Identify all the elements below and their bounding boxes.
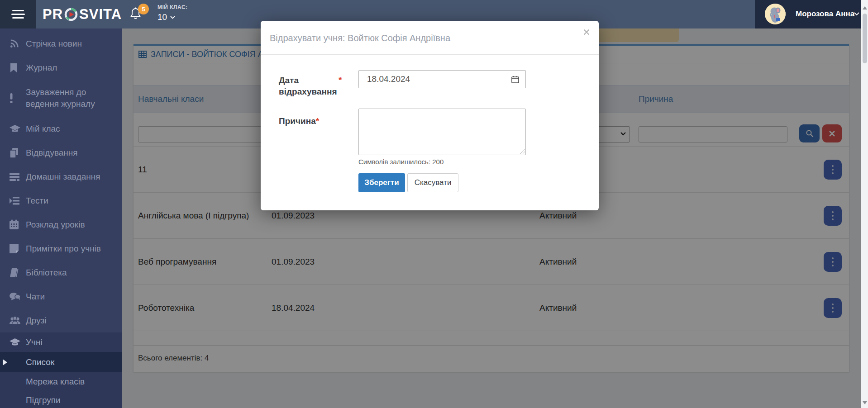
indent-list-icon — [0, 196, 26, 205]
modal-close-button[interactable] — [582, 27, 591, 37]
notification-badge: 5 — [138, 4, 149, 14]
calendar-icon — [511, 76, 519, 83]
sidebar-item-chats[interactable]: Чати — [0, 285, 122, 308]
char-counter: Символів залишилось: 200 — [358, 158, 444, 166]
cancel-button[interactable]: Скасувати — [407, 173, 458, 192]
sidebar-subitem-list[interactable]: Список — [0, 352, 122, 372]
reason-label: Причина* — [279, 116, 342, 127]
sidebar-item-students[interactable]: Учні — [0, 332, 122, 352]
dismissal-date-value: 18.04.2024 — [367, 74, 410, 84]
app-screen: ЗАПИСИ - ВОЙТЮК СОФІЯ АНДРІЇВНА Навчальн… — [0, 0, 868, 408]
sidebar-item-my-class[interactable]: Мій клас — [0, 117, 122, 141]
graduation-cap-icon — [0, 124, 26, 133]
pages-icon — [0, 147, 26, 158]
bookmark-icon — [0, 63, 26, 73]
exclamation-icon — [0, 93, 26, 104]
sidebar-item-tests[interactable]: Тести — [0, 189, 122, 213]
list-rows-icon — [0, 172, 26, 181]
resize-handle[interactable] — [520, 149, 525, 154]
sidebar-subitem-subgroups[interactable]: Підгрупи — [0, 391, 122, 408]
scrollbar-thumb[interactable] — [863, 14, 867, 63]
book-icon — [0, 268, 26, 278]
sticky-note-icon — [0, 244, 26, 254]
rss-icon — [0, 38, 26, 49]
sidebar-item-student-notes[interactable]: Примітки про учнів — [0, 237, 122, 261]
sidebar-item-library[interactable]: Бібліотека — [0, 261, 122, 285]
menu-toggle-button[interactable] — [0, 0, 36, 28]
sidebar-subitem-class-network[interactable]: Мережа класів — [0, 372, 122, 391]
sidebar-nav: Стрічка новин Журнал Зауваження до веден… — [0, 28, 122, 408]
sidebar-item-schedule[interactable]: Розклад уроків — [0, 213, 122, 237]
reason-textarea[interactable] — [358, 109, 526, 155]
user-menu[interactable]: Морозова Анна — [755, 0, 868, 28]
avatar — [765, 4, 786, 24]
required-asterisk: * — [339, 75, 342, 85]
chevron-down-icon — [170, 16, 175, 19]
page-scrollbar[interactable] — [861, 0, 868, 408]
sidebar-item-homework[interactable]: Домашні завдання — [0, 165, 122, 189]
active-caret-icon — [3, 359, 7, 365]
my-class-value: 10 — [157, 12, 167, 22]
sidebar-item-journal[interactable]: Журнал — [0, 56, 122, 80]
chevron-down-icon — [854, 12, 859, 16]
dismiss-student-modal: Відрахувати учня: Войтюк Софія Андріївна… — [261, 21, 599, 210]
users-icon — [0, 316, 26, 325]
sidebar-item-journal-remarks[interactable]: Зауваження до ведення журналу — [0, 80, 122, 117]
save-button[interactable]: Зберегти — [358, 173, 405, 192]
notifications-button[interactable]: 5 — [129, 7, 152, 25]
my-class-switcher[interactable]: МІЙ КЛАС: 10 — [157, 4, 188, 22]
scroll-down-arrow[interactable] — [863, 401, 867, 404]
modal-divider — [261, 54, 599, 55]
graduation-cap-icon — [0, 338, 26, 347]
sidebar-item-news-feed[interactable]: Стрічка новин — [0, 32, 122, 56]
dismissal-date-label: Дата відрахування — [279, 75, 342, 97]
logo-circle-icon — [64, 7, 78, 22]
calendar-icon — [0, 219, 26, 230]
required-asterisk: * — [316, 116, 319, 126]
modal-title: Відрахувати учня: Войтюк Софія Андріївна — [270, 33, 450, 43]
dismissal-date-input[interactable]: 18.04.2024 — [358, 70, 526, 88]
user-name: Морозова Анна — [796, 9, 854, 19]
my-class-label: МІЙ КЛАС: — [157, 4, 188, 10]
sidebar-item-attendance[interactable]: Відвідування — [0, 141, 122, 165]
students-submenu: Список Мережа класів Підгрупи — [0, 352, 122, 408]
app-logo[interactable]: PR SVITA — [43, 0, 122, 28]
scroll-up-arrow[interactable] — [863, 6, 867, 9]
sidebar-item-friends[interactable]: Друзі — [0, 308, 122, 332]
chat-bubbles-icon — [0, 292, 26, 301]
close-icon — [583, 29, 590, 35]
